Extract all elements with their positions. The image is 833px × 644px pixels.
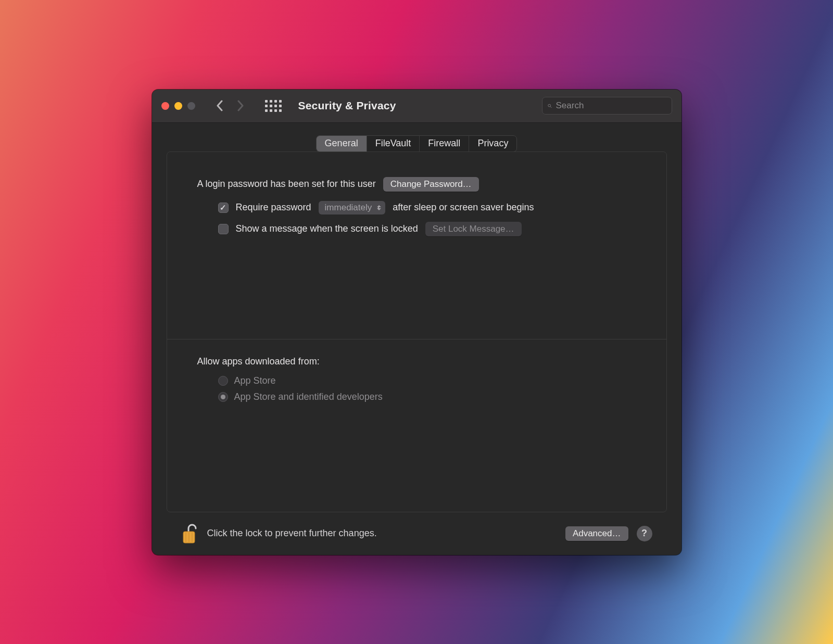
search-icon — [548, 102, 552, 110]
radio-app-store-and-developers — [218, 392, 228, 402]
close-window-button[interactable] — [161, 102, 169, 110]
divider — [167, 339, 666, 339]
nav-arrows — [216, 100, 244, 111]
minimize-window-button[interactable] — [174, 102, 182, 110]
tab-firewall[interactable]: Firewall — [420, 136, 469, 151]
change-password-button[interactable]: Change Password… — [383, 177, 479, 192]
window-title: Security & Privacy — [298, 99, 396, 112]
radio-app-store — [218, 376, 228, 386]
set-lock-message-button: Set Lock Message… — [425, 222, 522, 236]
titlebar: Security & Privacy — [152, 90, 681, 123]
lock-hint-text: Click the lock to prevent further change… — [207, 528, 377, 539]
show-all-preferences-button[interactable] — [265, 100, 282, 112]
search-field[interactable] — [542, 97, 672, 115]
require-password-prefix: Require password — [236, 202, 311, 213]
stepper-icon — [377, 205, 381, 210]
system-preferences-window: Security & Privacy General FileVault Fir… — [152, 90, 681, 555]
back-button[interactable] — [216, 100, 223, 111]
svg-line-1 — [550, 106, 551, 107]
show-lock-message-checkbox[interactable] — [218, 224, 229, 234]
svg-point-0 — [548, 104, 550, 107]
radio-app-store-and-developers-label: App Store and identified developers — [234, 392, 383, 402]
general-panel: A login password has been set for this u… — [167, 151, 667, 512]
require-password-suffix: after sleep or screen saver begins — [393, 202, 534, 213]
tab-general[interactable]: General — [317, 136, 367, 151]
require-password-checkbox[interactable] — [218, 203, 229, 213]
tab-privacy[interactable]: Privacy — [469, 136, 516, 151]
require-password-delay-value: immediately — [325, 203, 372, 212]
tab-bar: General FileVault Firewall Privacy — [316, 135, 518, 152]
window-controls — [161, 102, 195, 110]
maximize-window-button — [187, 102, 195, 110]
radio-app-store-label: App Store — [234, 375, 276, 386]
advanced-button[interactable]: Advanced… — [565, 526, 628, 541]
lock-icon[interactable] — [181, 523, 199, 544]
tab-filevault[interactable]: FileVault — [367, 136, 420, 151]
forward-button — [237, 100, 244, 111]
content-area: General FileVault Firewall Privacy A log… — [152, 123, 681, 555]
search-input[interactable] — [556, 100, 666, 111]
footer: Click the lock to prevent further change… — [167, 512, 667, 555]
help-button[interactable]: ? — [637, 526, 652, 541]
require-password-delay-select[interactable]: immediately — [319, 201, 386, 214]
password-set-label: A login password has been set for this u… — [197, 179, 376, 190]
show-lock-message-label: Show a message when the screen is locked — [236, 223, 418, 234]
allow-apps-label: Allow apps downloaded from: — [197, 356, 636, 367]
